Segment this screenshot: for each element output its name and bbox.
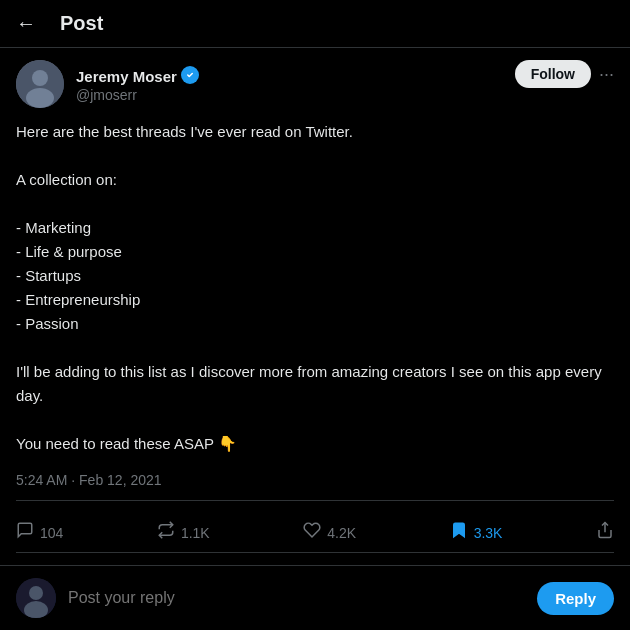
timestamp-separator: · — [71, 472, 79, 488]
likes-count: 4.2K — [327, 525, 356, 541]
post-line-9: You need to read these ASAP 👇 — [16, 432, 614, 456]
share-stat[interactable] — [596, 521, 614, 544]
post-line-1: Here are the best threads I've ever read… — [16, 120, 614, 144]
page: ← Post Jerem — [0, 0, 630, 630]
post-line-7: - Passion — [16, 312, 614, 336]
follow-button[interactable]: Follow — [515, 60, 591, 88]
user-name-row: Jeremy Moser — [76, 66, 199, 87]
retweets-stat[interactable]: 1.1K — [157, 521, 210, 544]
bookmarks-count: 3.3K — [474, 525, 503, 541]
post-line-4: - Life & purpose — [16, 240, 614, 264]
likes-stat[interactable]: 4.2K — [303, 521, 356, 544]
post-content: Here are the best threads I've ever read… — [16, 120, 614, 456]
post-time: 5:24 AM — [16, 472, 67, 488]
svg-point-6 — [29, 586, 43, 600]
avatar[interactable] — [16, 60, 64, 108]
user-row: Jeremy Moser @jmoserr Follow ··· — [16, 60, 614, 108]
user-name[interactable]: Jeremy Moser — [76, 68, 177, 85]
retweets-count: 1.1K — [181, 525, 210, 541]
more-options-button[interactable]: ··· — [599, 64, 614, 85]
reply-avatar — [16, 578, 56, 618]
comment-icon — [16, 521, 34, 544]
user-info: Jeremy Moser @jmoserr — [16, 60, 199, 108]
reply-area: Reply — [0, 565, 630, 630]
reply-input[interactable] — [68, 589, 525, 607]
avatar-image — [16, 60, 64, 108]
user-handle: @jmoserr — [76, 87, 199, 103]
user-text: Jeremy Moser @jmoserr — [76, 66, 199, 103]
post-line-6: - Entrepreneurship — [16, 288, 614, 312]
svg-point-2 — [26, 88, 54, 108]
retweet-icon — [157, 521, 175, 544]
stats-row: 104 1.1K — [16, 513, 614, 553]
share-icon — [596, 521, 614, 544]
post-area: Jeremy Moser @jmoserr Follow ··· — [0, 48, 630, 565]
verified-icon — [181, 66, 199, 87]
reply-button[interactable]: Reply — [537, 582, 614, 615]
bookmark-icon — [450, 521, 468, 544]
heart-icon — [303, 521, 321, 544]
post-line-2: A collection on: — [16, 168, 614, 192]
header: ← Post — [0, 0, 630, 48]
post-line-3: - Marketing — [16, 216, 614, 240]
post-line-5: - Startups — [16, 264, 614, 288]
avatar-svg — [16, 60, 64, 108]
page-title: Post — [60, 12, 103, 35]
timestamp: 5:24 AM · Feb 12, 2021 — [16, 472, 614, 501]
user-actions: Follow ··· — [515, 60, 614, 88]
post-date: Feb 12, 2021 — [79, 472, 162, 488]
post-line-8: I'll be adding to this list as I discove… — [16, 360, 614, 408]
comments-count: 104 — [40, 525, 63, 541]
svg-point-1 — [32, 70, 48, 86]
comments-stat[interactable]: 104 — [16, 521, 63, 544]
back-button[interactable]: ← — [16, 12, 36, 35]
bookmarks-stat[interactable]: 3.3K — [450, 521, 503, 544]
